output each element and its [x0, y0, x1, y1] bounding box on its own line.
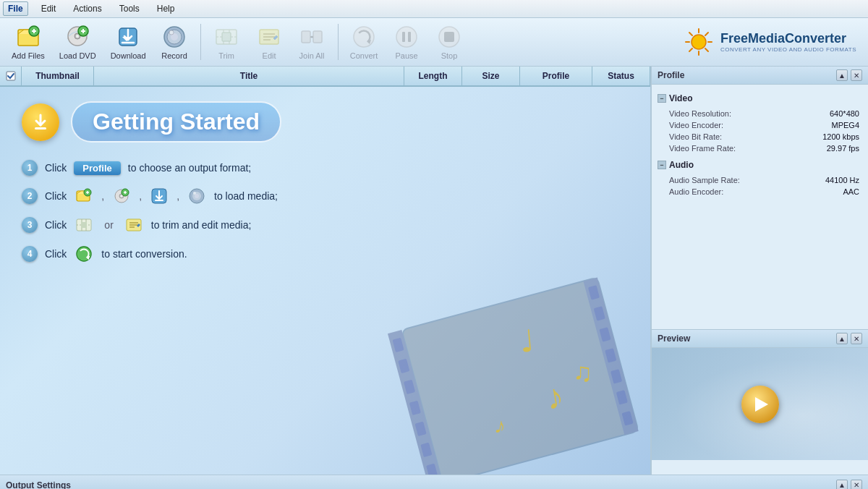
- download-button[interactable]: Download: [105, 21, 152, 63]
- menu-edit[interactable]: Edit: [37, 2, 61, 15]
- profile-collapse-button[interactable]: ▲: [836, 69, 848, 81]
- menu-tools[interactable]: Tools: [115, 2, 144, 15]
- step-2-add-files-icon: [75, 187, 93, 205]
- svg-rect-35: [444, 32, 454, 42]
- getting-started-title-row: Getting Started: [22, 101, 281, 143]
- output-settings-collapse-button[interactable]: ▲: [836, 480, 848, 490]
- step-4-number: 4: [22, 246, 38, 262]
- step-3-trim-icon: [75, 216, 93, 234]
- preview-collapse-button[interactable]: ▲: [836, 333, 848, 344]
- video-encoder-row: Video Encoder: MPEG4: [658, 119, 862, 131]
- col-status: Status: [592, 67, 650, 85]
- preview-panel-header: Preview ▲ ✕: [652, 330, 868, 348]
- profile-panel-controls: ▲ ✕: [836, 69, 862, 81]
- menu-help[interactable]: Help: [153, 2, 179, 15]
- add-files-icon: [15, 24, 41, 50]
- table-header: Thumbnail Title Length Size Profile Stat…: [0, 67, 650, 87]
- stop-icon: [436, 24, 462, 50]
- output-settings-title: Output Settings: [6, 480, 833, 490]
- profile-close-button[interactable]: ✕: [851, 69, 862, 81]
- output-settings-close-button[interactable]: ✕: [851, 480, 862, 490]
- step-2-row: 2 Click ,: [22, 187, 278, 205]
- load-dvd-label: Load DVD: [59, 51, 96, 60]
- stop-button[interactable]: Stop: [430, 21, 469, 63]
- stop-label: Stop: [441, 51, 458, 60]
- col-thumbnail: Thumbnail: [22, 67, 94, 85]
- video-resolution-value: 640*480: [830, 109, 859, 118]
- video-section-title: Video: [669, 93, 692, 103]
- step-2-number: 2: [22, 188, 38, 204]
- svg-rect-27: [313, 31, 322, 43]
- video-section-header: − Video: [658, 93, 862, 103]
- download-label: Download: [111, 51, 146, 60]
- audio-section-title: Audio: [669, 160, 694, 170]
- audio-encoder-label: Audio Encoder:: [669, 187, 723, 196]
- download-icon: [115, 24, 141, 50]
- film-strip-decoration: [352, 238, 650, 475]
- getting-started-arrow-icon: [22, 103, 59, 141]
- main-area: Thumbnail Title Length Size Profile Stat…: [0, 67, 868, 475]
- pause-button[interactable]: Pause: [387, 21, 427, 63]
- svg-rect-32: [402, 32, 405, 42]
- add-files-label: Add Files: [12, 51, 45, 60]
- audio-section-collapse[interactable]: −: [658, 161, 666, 169]
- right-panel: Profile ▲ ✕ − Video Video Resolution: 64…: [651, 67, 868, 475]
- video-section-collapse[interactable]: −: [658, 94, 666, 103]
- svg-point-31: [396, 27, 417, 47]
- preview-panel-controls: ▲ ✕: [836, 333, 862, 344]
- col-length: Length: [404, 67, 462, 85]
- edit-button[interactable]: Edit: [250, 21, 289, 63]
- audio-section-header: − Audio: [658, 160, 862, 170]
- svg-text:+: +: [310, 34, 314, 41]
- svg-line-43: [705, 33, 708, 35]
- svg-rect-63: [35, 127, 46, 129]
- profile-panel: Profile ▲ ✕ − Video Video Resolution: 64…: [652, 67, 868, 330]
- load-dvd-button[interactable]: Load DVD: [54, 21, 102, 63]
- profile-button[interactable]: Profile: [74, 161, 120, 175]
- step-2-load-dvd-icon: [113, 187, 130, 205]
- profile-content: − Video Video Resolution: 640*480 Video …: [652, 85, 868, 203]
- video-framerate-label: Video Frame Rate:: [669, 144, 736, 153]
- step-4-text-after: to start conversion.: [101, 248, 187, 260]
- step-2-record-icon: [188, 187, 205, 205]
- menu-file[interactable]: File: [3, 1, 28, 16]
- video-resolution-row: Video Resolution: 640*480: [658, 108, 862, 119]
- trim-button[interactable]: Trim: [207, 21, 247, 63]
- step-2-download-icon: [150, 187, 168, 205]
- profile-panel-title: Profile: [658, 70, 684, 80]
- convert-icon: [351, 24, 377, 50]
- step-4-text-before: Click: [45, 248, 67, 260]
- step-1-text-before: Click: [45, 162, 67, 174]
- step-4-convert-icon: [75, 245, 93, 263]
- record-button[interactable]: Record: [155, 21, 195, 63]
- preview-panel: Preview ▲ ✕: [652, 330, 868, 475]
- record-label: Record: [161, 51, 187, 60]
- preview-close-button[interactable]: ✕: [851, 333, 862, 344]
- step-1-number: 1: [22, 160, 38, 176]
- audio-samplerate-label: Audio Sample Rate:: [669, 176, 740, 184]
- menu-actions[interactable]: Actions: [69, 2, 106, 15]
- step-4-row: 4 Click to start conversion.: [22, 245, 187, 263]
- svg-point-70: [121, 195, 123, 197]
- svg-point-7: [76, 35, 79, 38]
- edit-label: Edit: [263, 51, 276, 60]
- video-framerate-row: Video Frame Rate: 29.97 fps: [658, 143, 862, 154]
- music-note-4: ♩: [519, 323, 536, 360]
- audio-encoder-row: Audio Encoder: AAC: [658, 186, 862, 197]
- preview-play-button[interactable]: [741, 386, 779, 423]
- record-icon: [161, 24, 187, 50]
- add-files-button[interactable]: Add Files: [6, 21, 51, 63]
- join-all-button[interactable]: + Join All: [292, 21, 332, 63]
- step-3-edit-icon: [125, 216, 142, 234]
- toolbar-separator-2: [338, 24, 339, 60]
- select-all-checkbox[interactable]: [0, 67, 22, 85]
- svg-point-36: [692, 35, 706, 49]
- col-size: Size: [462, 67, 520, 85]
- step-1-text-after: to choose an output format;: [128, 162, 251, 174]
- step-2-text-after: to load media;: [214, 190, 278, 202]
- video-bitrate-row: Video Bit Rate: 1200 kbps: [658, 131, 862, 143]
- svg-point-29: [354, 27, 374, 47]
- preview-content: [652, 348, 868, 460]
- convert-button[interactable]: Convert: [344, 21, 384, 63]
- step-1-row: 1 Click Profile to choose an output form…: [22, 160, 251, 176]
